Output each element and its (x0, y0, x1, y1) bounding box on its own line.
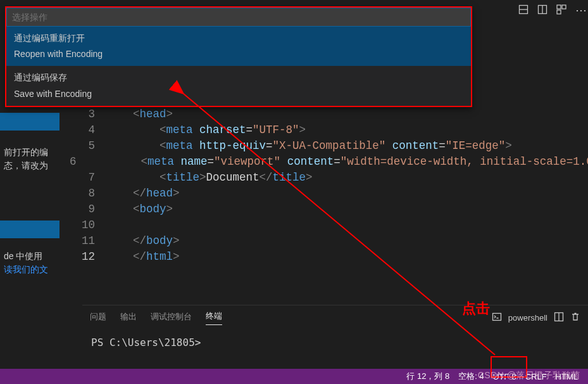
editor-line: 6 <meta name="viewport" content="width=d… (70, 155, 588, 171)
editor-line: 7 <title>Document</title> (70, 171, 588, 187)
panel-tabs: 问题 输出 调试控制台 终端 powershell (82, 305, 588, 330)
svg-rect-5 (562, 5, 566, 9)
tab-output[interactable]: 输出 (120, 311, 137, 325)
status-line-col[interactable]: 行 12，列 8 (406, 371, 449, 382)
editor-line: 11 </body> (70, 234, 588, 250)
sidebar-text-1: 前打开的编 态，请改为 (0, 141, 59, 177)
split-editor-down-icon[interactable] (518, 4, 529, 16)
editor-line: 4 <meta charset="UTF-8"> (70, 124, 588, 139)
layout-toggle-icon[interactable] (556, 4, 566, 16)
code-editor[interactable]: 3 <head>4 <meta charset="UTF-8">5 <meta … (70, 108, 588, 295)
terminal-shell-icon (492, 312, 502, 324)
quick-pick-input[interactable] (6, 8, 471, 27)
editor-line: 5 <meta http-equiv="X-UA-Compatible" con… (70, 139, 588, 155)
sidebar-button-1[interactable] (0, 113, 59, 131)
tab-problems[interactable]: 问题 (90, 311, 106, 325)
annotation-click-label: 点击 (462, 299, 490, 318)
quick-pick-item-1[interactable]: 通过编码保存Save with Encoding (6, 66, 471, 105)
terminal-shell-label[interactable]: powershell (508, 313, 547, 323)
sidebar-text-2: de 中使用 读我们的文 (0, 245, 59, 281)
editor-line: 9 <body> (70, 203, 588, 219)
sidebar-button-2[interactable] (0, 221, 59, 238)
sidebar-link[interactable]: 读我们的文 (4, 264, 48, 274)
editor-line: 12 </html> (70, 250, 588, 266)
watermark: CSDN @落日橙子乳酸菌 (478, 370, 580, 381)
more-actions-icon[interactable]: ⋯ (575, 3, 588, 17)
editor-line: 10 (70, 219, 588, 234)
split-editor-right-icon[interactable] (537, 4, 547, 16)
editor-actions: ⋯ (518, 3, 588, 18)
editor-line: 3 <head> (70, 108, 588, 124)
tab-debug-console[interactable]: 调试控制台 (151, 311, 192, 325)
quick-pick-dialog: 通过编码重新打开Reopen with Encoding通过编码保存Save w… (5, 6, 472, 107)
tab-terminal[interactable]: 终端 (206, 310, 222, 325)
quick-pick-item-0[interactable]: 通过编码重新打开Reopen with Encoding (6, 27, 471, 66)
svg-rect-7 (492, 314, 501, 321)
kill-terminal-icon[interactable] (570, 312, 580, 324)
split-terminal-icon[interactable] (554, 312, 564, 324)
editor-line: 8 </head> (70, 187, 588, 203)
terminal-output[interactable]: PS C:\Users\21805> (82, 330, 588, 355)
svg-rect-6 (557, 10, 561, 14)
svg-rect-4 (557, 5, 561, 9)
